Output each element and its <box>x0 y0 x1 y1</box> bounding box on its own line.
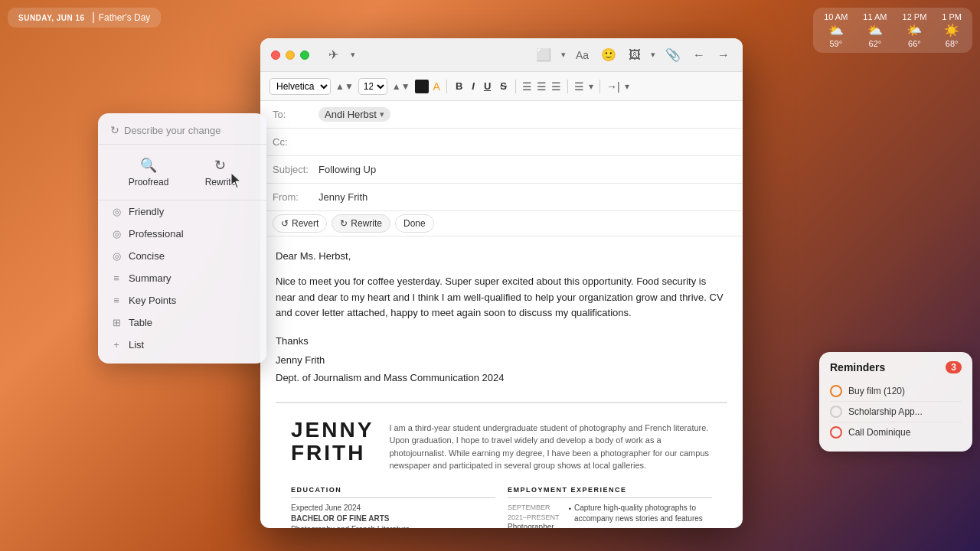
table-icon: ⊞ <box>110 317 122 328</box>
rewrite-action-bar: ↺ Revert ↻ Rewrite Done <box>260 211 743 236</box>
ai-menu-table[interactable]: ⊞ Table <box>98 311 266 334</box>
to-label: To: <box>273 109 318 120</box>
describe-change-row[interactable]: ↻ Describe your change <box>98 124 266 145</box>
keypoints-icon: ≡ <box>110 295 122 306</box>
back-icon[interactable]: ← <box>691 46 707 64</box>
toolbar-separator-4 <box>599 80 600 93</box>
resume-education-col: EDUCATION Expected June 2024 BACHELOR OF… <box>291 484 495 528</box>
emoji-icon[interactable]: 🙂 <box>599 45 619 64</box>
professional-label: Professional <box>129 228 184 240</box>
mail-fields: To: Andi Herbst ▾ Cc: Subject: Following… <box>260 101 743 211</box>
resume-bio-block: I am a third-year student undergraduate … <box>389 419 712 472</box>
table-label: Table <box>129 317 152 328</box>
bold-button[interactable]: B <box>453 79 465 93</box>
subject-value[interactable]: Following Up <box>318 164 376 175</box>
rewrite-icon: ↻ <box>214 157 226 174</box>
italic-button[interactable]: I <box>469 79 477 93</box>
employment-title: EMPLOYMENT EXPERIENCE <box>508 484 712 498</box>
weather-item-2: 12 PM 🌤️ 66° <box>903 12 927 48</box>
education-degree: BACHELOR OF FINE ARTS <box>291 514 495 524</box>
weather-icon-3: ☀️ <box>944 23 959 37</box>
strikethrough-button[interactable]: S <box>498 79 509 93</box>
date-day: SUNDAY, JUN 16 <box>18 14 85 22</box>
reminders-title: Reminders <box>830 361 885 373</box>
compose-window-icon[interactable]: ⬜ <box>534 45 554 64</box>
bullet-1: • Capture high-quality photographs to ac… <box>569 503 712 524</box>
reminders-count: 3 <box>946 361 962 373</box>
minimize-button[interactable] <box>286 51 295 60</box>
proofread-label: Proofread <box>129 177 169 187</box>
align-right-icon[interactable]: ☰ <box>551 80 561 93</box>
cc-label: Cc: <box>273 136 318 148</box>
to-recipient[interactable]: Andi Herbst ▾ <box>318 107 390 122</box>
done-button[interactable]: Done <box>395 214 434 233</box>
professional-icon: ◎ <box>110 228 122 240</box>
rewrite-button[interactable]: ↻ Rewrite <box>194 152 247 192</box>
reminders-widget: Reminders 3 Buy film (120) Scholarship A… <box>819 352 972 452</box>
mail-thanks: Thanks <box>276 334 727 350</box>
reminder-circle-1 <box>830 406 842 418</box>
indent-icon[interactable]: →| <box>606 80 620 93</box>
align-center-icon[interactable]: ☰ <box>537 80 547 93</box>
resume-details: EDUCATION Expected June 2024 BACHELOR OF… <box>291 484 712 528</box>
ai-writing-popup: ↻ Describe your change 🔍 Proofread ↻ Rew… <box>98 113 266 364</box>
toolbar-separator-1 <box>446 80 447 93</box>
ai-menu-friendly[interactable]: ◎ Friendly <box>98 201 266 223</box>
reminder-item-1[interactable]: Scholarship App... <box>830 402 962 422</box>
toolbar-separator-3 <box>567 80 568 93</box>
align-left-icon[interactable]: ☰ <box>522 80 532 93</box>
font-icon[interactable]: Aa <box>573 47 591 64</box>
list-chevron-icon[interactable]: ▾ <box>589 81 593 92</box>
forward-icon[interactable]: → <box>715 46 732 64</box>
paperclip-icon[interactable]: 📎 <box>663 45 683 64</box>
proofread-icon: 🔍 <box>140 157 157 174</box>
mail-sender-dept: Dept. of Journalism and Mass Communicati… <box>276 370 727 386</box>
close-button[interactable] <box>271 51 280 60</box>
weather-item-0: 10 AM ⛅ 59° <box>824 12 848 48</box>
bullet-text-1: Capture high-quality photographs to acco… <box>574 503 712 524</box>
mail-body[interactable]: Dear Ms. Herbst, Nice to meet you for co… <box>260 236 743 528</box>
employment-details: SEPTEMBER 2021–PRESENT Photographer CAMP… <box>508 503 712 528</box>
compose-window-chevron[interactable]: ▾ <box>561 50 566 60</box>
weather-temp-2: 66° <box>908 39 921 48</box>
rewrite-action-button[interactable]: ↻ Rewrite <box>332 214 390 233</box>
indent-chevron-icon[interactable]: ▾ <box>625 81 629 92</box>
mail-sender-name: Jenny Frith <box>276 353 727 369</box>
weather-icon-1: ⛅ <box>867 23 883 37</box>
highlight-icon[interactable]: A <box>433 80 440 93</box>
ai-menu-professional[interactable]: ◎ Professional <box>98 223 266 245</box>
weather-widget: 10 AM ⛅ 59° 11 AM ⛅ 62° 12 PM 🌤️ 66° 1 P… <box>813 8 972 53</box>
education-title: EDUCATION <box>291 484 495 498</box>
reminder-item-2[interactable]: Call Dominique <box>830 422 962 442</box>
cc-field-row[interactable]: Cc: <box>260 129 743 156</box>
proofread-button[interactable]: 🔍 Proofread <box>118 152 180 192</box>
ai-menu-concise[interactable]: ◎ Concise <box>98 245 266 267</box>
resume-name-block: JENNY FRITH <box>291 419 374 466</box>
maximize-button[interactable] <box>300 51 309 60</box>
revert-label: Revert <box>292 218 318 229</box>
to-field-row: To: Andi Herbst ▾ <box>260 101 743 129</box>
ai-menu-summary[interactable]: ≡ Summary <box>98 267 266 289</box>
ai-menu-keypoints[interactable]: ≡ Key Points <box>98 289 266 311</box>
reminder-circle-2 <box>830 426 842 439</box>
bullet-list-icon[interactable]: ☰ <box>574 80 584 93</box>
send-chevron-icon[interactable]: ▾ <box>348 47 358 62</box>
send-icon[interactable]: ✈ <box>326 45 341 64</box>
bullet-text-2: Participate in planning sessions with ed… <box>574 527 712 528</box>
recipient-dropdown-icon: ▾ <box>380 109 384 119</box>
ai-menu-list[interactable]: + List <box>98 334 266 356</box>
revert-button[interactable]: ↺ Revert <box>273 214 327 233</box>
font-size-selector[interactable]: 12 <box>358 78 387 95</box>
reminder-item-0[interactable]: Buy film (120) <box>830 381 962 402</box>
resume-name-line1: JENNY <box>291 419 374 442</box>
photo-icon[interactable]: 🖼 <box>626 46 643 64</box>
photo-chevron-icon[interactable]: ▾ <box>651 50 655 60</box>
underline-button[interactable]: U <box>482 79 493 93</box>
revert-icon: ↺ <box>281 218 289 229</box>
text-color-picker[interactable] <box>415 80 429 93</box>
weather-time-0: 10 AM <box>824 12 848 21</box>
subject-field-row[interactable]: Subject: Following Up <box>260 156 743 184</box>
bullet-2: • Participate in planning sessions with … <box>569 527 712 528</box>
formatting-toolbar: Helvetica ▲▼ 12 ▲▼ A B I U S ☰ ☰ ☰ ☰ ▾ →… <box>260 72 743 101</box>
font-selector[interactable]: Helvetica <box>270 78 331 95</box>
